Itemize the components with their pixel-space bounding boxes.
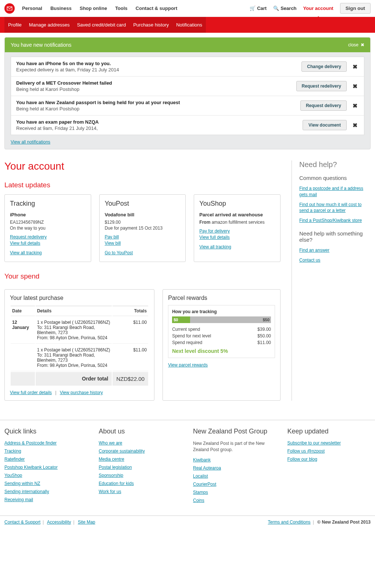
- footer-link[interactable]: Who we are: [99, 440, 182, 446]
- footer-link[interactable]: Corporate sustainability: [99, 449, 182, 454]
- footer-contact[interactable]: Contact & Support: [4, 520, 40, 525]
- notif-action-button[interactable]: Request delivery: [300, 100, 347, 111]
- subnav: Profile Manage addresses Saved credit/de…: [0, 17, 375, 33]
- help-link[interactable]: Find a PostShop/Kiwibank store: [299, 217, 371, 224]
- notif-action-button[interactable]: View document: [303, 120, 347, 130]
- about-title: About us: [99, 428, 182, 435]
- cart-label: Cart: [257, 6, 267, 11]
- rewards-line-val: $50.00: [257, 333, 271, 339]
- common-questions-title: Common questions: [299, 175, 371, 181]
- footer-link[interactable]: Postal legislation: [99, 465, 182, 470]
- notif-dismiss-icon[interactable]: ✖: [351, 102, 359, 109]
- youpost-pay[interactable]: Pay bill: [105, 234, 181, 240]
- footer-link[interactable]: Ratefinder: [4, 457, 88, 462]
- footer-link[interactable]: Kiwibank: [193, 457, 276, 463]
- logo[interactable]: [4, 3, 15, 14]
- col-totals: Totals: [113, 306, 148, 316]
- subnav-profile[interactable]: Profile: [4, 17, 25, 33]
- footer-link[interactable]: Media centre: [99, 457, 182, 462]
- tracking-all[interactable]: View all tracking: [10, 250, 86, 255]
- footer-link[interactable]: Subscribe to our newsletter: [288, 440, 371, 446]
- nav-tools[interactable]: Tools: [115, 6, 128, 11]
- help-link[interactable]: Contact us: [299, 257, 371, 263]
- youpost-card: YouPost Vodafone bill $129.00 Due for pa…: [99, 194, 186, 262]
- view-order-details[interactable]: View full order details: [10, 390, 52, 395]
- footer-link[interactable]: Address & Postcode finder: [4, 440, 88, 446]
- notif-dismiss-icon[interactable]: ✖: [351, 122, 359, 129]
- group-title: New Zealand Post Group: [193, 428, 276, 435]
- footer-link[interactable]: Sponsorship: [99, 473, 182, 478]
- tracking-details[interactable]: View full details: [10, 241, 86, 246]
- help-link[interactable]: Find a postcode and if a address gets ma…: [299, 185, 371, 198]
- subnav-addresses[interactable]: Manage addresses: [25, 17, 74, 33]
- notif-action-button[interactable]: Request redelivery: [296, 81, 347, 91]
- youpost-all[interactable]: Go to YouPost: [105, 250, 181, 255]
- nav-business[interactable]: Business: [50, 6, 72, 11]
- footer-link[interactable]: Coins: [193, 498, 276, 503]
- footer-link[interactable]: YouShop: [4, 473, 88, 478]
- cell-total: $11.00: [113, 344, 148, 371]
- footer-group: New Zealand Post Group New Zealand Post …: [193, 428, 276, 506]
- notif-title: You have an New Zealand passport is bein…: [16, 100, 296, 105]
- search-link[interactable]: 🔍 Search: [273, 6, 296, 11]
- nav-shop[interactable]: Shop online: [80, 6, 107, 11]
- latest-updates-heading: Latest updates: [4, 181, 281, 189]
- notif-sub: Received at 9am, Friday 21 July 2014,: [16, 125, 298, 131]
- footer-link[interactable]: Postshop Kiwibank Locator: [4, 465, 88, 470]
- subnav-history[interactable]: Purchase history: [129, 17, 172, 33]
- page-title: Your account: [4, 160, 281, 172]
- nav-personal[interactable]: Personal: [22, 6, 42, 11]
- footer-link[interactable]: Education for kids: [99, 481, 182, 486]
- footer-link[interactable]: Follow us @nzpost: [288, 449, 371, 454]
- footer-link[interactable]: Follow our blog: [288, 457, 371, 462]
- footer-terms[interactable]: Terms and Conditions: [268, 520, 311, 525]
- rewards-line-val: $11.00: [257, 340, 271, 345]
- nav-contact[interactable]: Contact & support: [136, 6, 177, 11]
- youshop-title: YouShop: [199, 200, 275, 208]
- view-all-notifications[interactable]: View all notifications: [11, 139, 50, 145]
- account-link[interactable]: Your account: [303, 6, 333, 11]
- notif-action-button[interactable]: Change delivery: [301, 61, 347, 72]
- notif-title: You have an iPhone 5s on the way to you.: [16, 61, 297, 66]
- footer-link[interactable]: Stamps: [193, 490, 276, 495]
- footer-link[interactable]: Sending internationally: [4, 489, 88, 494]
- footer-link[interactable]: Real Aotearoa: [193, 465, 276, 471]
- footer-link[interactable]: Receiving mail: [4, 497, 88, 502]
- tracking-item: iPhone: [10, 212, 86, 217]
- col-date: Date: [11, 306, 35, 316]
- rewards-title: Parcel rewards: [168, 295, 275, 301]
- youshop-all[interactable]: View all tracking: [199, 244, 275, 249]
- top-nav: Personal Business Shop online Tools Cont…: [22, 6, 177, 11]
- help-sidebar: Need help? Common questions Find a postc…: [292, 160, 371, 401]
- footer-sitemap[interactable]: Site Map: [78, 520, 95, 525]
- help-title: Need help?: [299, 160, 371, 169]
- cell-date: [11, 344, 35, 371]
- help-link[interactable]: Find an answer: [299, 247, 371, 254]
- footer-link[interactable]: CourierPost: [193, 482, 276, 487]
- notification-row: You have an iPhone 5s on the way to you.…: [11, 57, 364, 77]
- view-purchase-history[interactable]: View purchase history: [60, 390, 103, 395]
- subnav-cards[interactable]: Saved credit/debit card: [73, 17, 129, 33]
- tracking-redelivery[interactable]: Request redelivery: [10, 234, 86, 240]
- footer-link[interactable]: Sending within NZ: [4, 481, 88, 486]
- subnav-notifications[interactable]: Notifications: [172, 17, 206, 33]
- rewards-link[interactable]: View parcel rewards: [168, 362, 208, 368]
- footer-accessibility[interactable]: Accessibility: [47, 520, 71, 525]
- youpost-view[interactable]: View bill: [105, 241, 181, 246]
- order-total-value: NZD$22.00: [113, 372, 148, 386]
- footer-link[interactable]: Tracking: [4, 449, 88, 454]
- notifications-title: You have new notifications: [11, 42, 71, 48]
- youshop-card: YouShop Parcel arrived at warehouse From…: [194, 194, 281, 262]
- notifications-close[interactable]: close ✖: [348, 42, 364, 47]
- footer-link[interactable]: Localist: [193, 474, 276, 479]
- notif-dismiss-icon[interactable]: ✖: [351, 83, 359, 90]
- table-row: 1 x Postage label ( UZ260521786NZ)To: 31…: [11, 344, 148, 371]
- sign-out-button[interactable]: Sign out: [340, 3, 371, 14]
- youshop-pay[interactable]: Pay for delivery: [199, 229, 275, 234]
- footer-link[interactable]: Work for us: [99, 489, 182, 494]
- notif-dismiss-icon[interactable]: ✖: [351, 63, 359, 70]
- youshop-from: From amazon fulfillment services: [199, 220, 275, 225]
- youshop-details[interactable]: View full details: [199, 235, 275, 240]
- help-link[interactable]: Find out how much it will cost to send a…: [299, 202, 371, 214]
- cart-link[interactable]: 🛒 Cart: [250, 6, 267, 11]
